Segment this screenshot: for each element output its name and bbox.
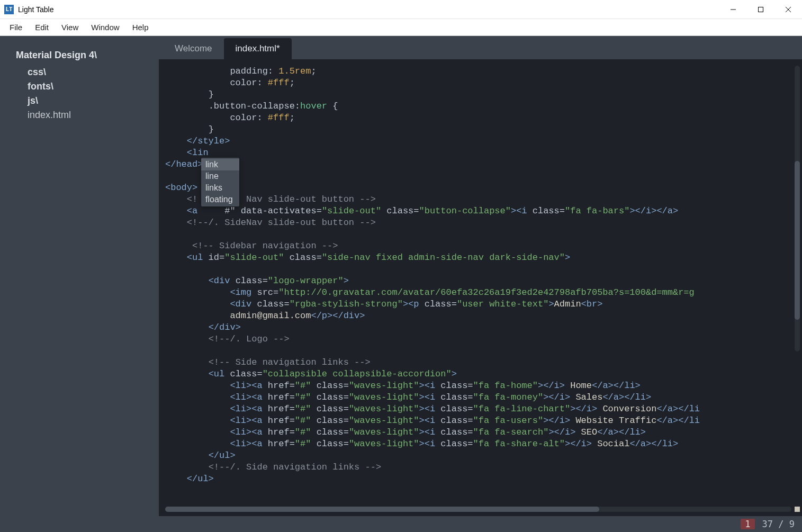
code-line[interactable]: } <box>165 89 792 101</box>
editor-area: Welcomeindex.html* padding: 1.5rem; colo… <box>159 36 802 532</box>
svg-rect-1 <box>759 7 763 12</box>
vertical-scrollbar[interactable] <box>795 66 800 351</box>
code-line[interactable]: </ul> <box>165 473 792 485</box>
code-line[interactable]: <div class="logo-wrapper"> <box>165 275 792 287</box>
menu-view[interactable]: View <box>55 21 85 34</box>
code-line[interactable]: <li><a href="#" class="waves-light"><i c… <box>165 392 792 403</box>
code-line[interactable]: .button-collapse:hover { <box>165 101 792 112</box>
code-line[interactable] <box>165 345 792 357</box>
code-line[interactable]: <!-- Sidebar navigation --> <box>165 240 792 252</box>
menu-help[interactable]: Help <box>126 21 155 34</box>
editor[interactable]: padding: 1.5rem; color: #fff; } .button-… <box>159 59 802 516</box>
code-line[interactable]: </div> <box>165 322 792 333</box>
error-count[interactable]: 1 <box>741 519 754 529</box>
code-line[interactable]: </head> <box>165 159 792 170</box>
sidebar: Material Design 4\ css\fonts\js\index.ht… <box>0 36 159 532</box>
tab-welcome[interactable]: Welcome <box>163 38 224 59</box>
autocomplete-item[interactable]: floating <box>201 194 239 205</box>
code-line[interactable]: <!--/. Side navigation links --> <box>165 462 792 473</box>
horizontal-scrollbar[interactable] <box>165 507 791 512</box>
titlebar: LT Light Table <box>0 0 802 19</box>
close-button[interactable] <box>774 0 802 19</box>
workspace: Material Design 4\ css\fonts\js\index.ht… <box>0 36 802 532</box>
code-line[interactable] <box>165 170 792 182</box>
maximize-button[interactable] <box>747 0 774 19</box>
code-line[interactable]: admin@gmail.com</p></div> <box>165 310 792 322</box>
app-icon: LT <box>4 5 14 14</box>
code-line[interactable]: </ul> <box>165 450 792 462</box>
autocomplete-item[interactable]: link <box>201 159 239 170</box>
menu-edit[interactable]: Edit <box>29 21 55 34</box>
autocomplete-popup[interactable]: linklinelinksfloating <box>201 158 239 206</box>
sidebar-folder-css[interactable]: css\ <box>16 65 149 79</box>
scroll-corner <box>795 507 800 512</box>
sidebar-folder-js[interactable]: js\ <box>16 94 149 108</box>
window-buttons <box>719 0 802 19</box>
code-line[interactable]: padding: 1.5rem; <box>165 66 792 77</box>
code-line[interactable]: <!-- Side navigation links --> <box>165 357 792 368</box>
code-line[interactable]: <li><a href="#" class="waves-light"><i c… <box>165 415 792 427</box>
code-line[interactable]: </style> <box>165 136 792 147</box>
autocomplete-item[interactable]: links <box>201 182 239 194</box>
autocomplete-item[interactable]: line <box>201 170 239 182</box>
code-line[interactable]: } <box>165 124 792 136</box>
code-line[interactable]: <li><a href="#" class="waves-light"><i c… <box>165 380 792 392</box>
code-line[interactable]: <li><a href="#" class="waves-light"><i c… <box>165 427 792 438</box>
code-line[interactable]: <img src="http://0.gravatar.com/avatar/6… <box>165 287 792 299</box>
code-line[interactable]: <! Nav slide-out button --> <box>165 194 792 205</box>
code-line[interactable]: color: #fff; <box>165 112 792 124</box>
cursor-position: 37 / 9 <box>762 519 795 529</box>
sidebar-file-indexhtml[interactable]: index.html <box>16 108 149 122</box>
project-root[interactable]: Material Design 4\ <box>16 50 149 61</box>
menu-file[interactable]: File <box>3 21 29 34</box>
code-line[interactable]: <li><a href="#" class="waves-light"><i c… <box>165 403 792 415</box>
minimize-button[interactable] <box>719 0 747 19</box>
code-line[interactable]: <li><a href="#" class="waves-light"><i c… <box>165 438 792 450</box>
code-line[interactable]: <body> <box>165 182 792 194</box>
menubar: FileEditViewWindowHelp <box>0 19 802 36</box>
code-line[interactable]: color: #fff; <box>165 77 792 89</box>
code-line[interactable]: <!--/. Logo --> <box>165 333 792 345</box>
code-line[interactable]: <a #" data-activates="slide-out" class="… <box>165 205 792 217</box>
code-line[interactable]: <lin <box>165 147 792 159</box>
code-line[interactable]: <ul id="slide-out" class="side-nav fixed… <box>165 252 792 264</box>
statusbar: 1 37 / 9 <box>159 516 802 532</box>
code-line[interactable] <box>165 264 792 275</box>
code-line[interactable]: <div class="rgba-stylish-strong"><p clas… <box>165 299 792 310</box>
code-line[interactable]: <!--/. SideNav slide-out button --> <box>165 217 792 229</box>
menu-window[interactable]: Window <box>85 21 125 34</box>
code-content[interactable]: padding: 1.5rem; color: #fff; } .button-… <box>165 66 792 500</box>
tabbar: Welcomeindex.html* <box>159 36 802 59</box>
sidebar-folder-fonts[interactable]: fonts\ <box>16 79 149 94</box>
tab-index-html-[interactable]: index.html* <box>224 38 292 59</box>
code-line[interactable]: <ul class="collapsible collapsible-accor… <box>165 368 792 380</box>
window-title: Light Table <box>18 5 719 14</box>
app-icon-letter: LT <box>5 6 12 13</box>
code-line[interactable] <box>165 229 792 240</box>
